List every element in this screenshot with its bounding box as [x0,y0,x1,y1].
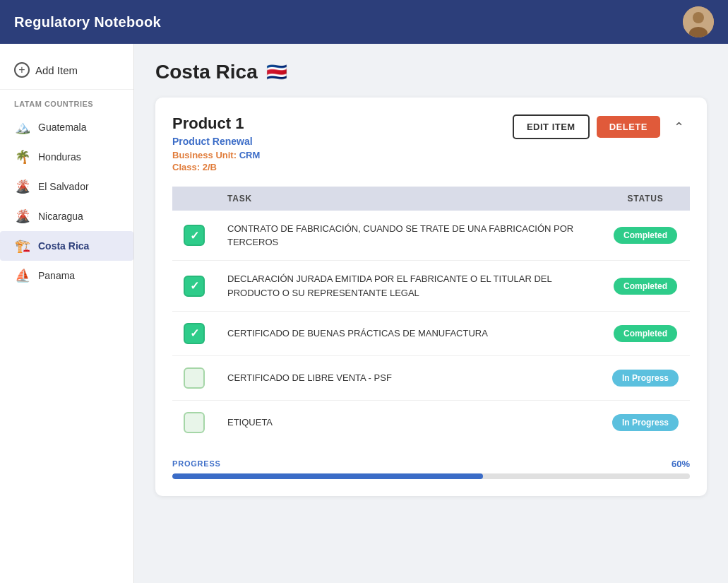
sidebar-item-guatemala[interactable]: 🏔️Guatemala [0,112,133,142]
progress-percent-label: 60% [672,459,690,469]
sidebar-icon-nicaragua: 🌋 [14,208,31,224]
status-badge: In Progress [612,414,679,431]
progress-bar-fill [172,473,483,479]
progress-section: PROGRESS 60% [172,459,690,479]
app-header: Regulatory Notebook [0,0,728,44]
sidebar-label-panama: Panama [38,270,75,281]
add-item-button[interactable]: + Add Item [0,51,133,90]
checkbox-unchecked[interactable] [184,412,205,433]
progress-labels: PROGRESS 60% [172,459,690,469]
checkbox-cell [172,400,216,444]
sidebar-icon-el-salvador: 🌋 [14,179,31,194]
table-row: ✓ CERTIFICADO DE BUENAS PRÁCTICAS DE MAN… [172,311,690,355]
card-title: Product 1 [172,114,260,133]
app-title: Regulatory Notebook [14,14,161,30]
task-text: CERTIFICADO DE LIBRE VENTA - PSF [216,355,601,400]
edit-item-button[interactable]: EDIT ITEM [513,114,590,139]
product-card: Product 1 Product Renewal Business Unit:… [155,98,707,496]
card-class: Class: 2/B [172,162,260,172]
card-subtitle: Product Renewal [172,136,260,147]
task-table: TASK STATUS ✓ CONTRATO DE FABRICACIÓN, C… [172,187,690,444]
class-value: 2/B [203,162,217,172]
sidebar-item-costa-rica[interactable]: 🏗️Costa Rica [0,231,133,261]
sidebar-label-costa-rica: Costa Rica [38,240,89,252]
sidebar-item-el-salvador[interactable]: 🌋El Salvador [0,172,133,201]
status-cell: Completed [601,311,690,355]
col-status: STATUS [601,187,690,211]
sidebar-icon-costa-rica: 🏗️ [14,238,31,254]
status-cell: Completed [601,261,690,311]
table-row: ETIQUETA In Progress [172,400,690,444]
status-badge: Completed [614,325,677,342]
sidebar-section-label: LATAM Countries [0,90,133,112]
task-text: CONTRATO DE FABRICACIÓN, CUANDO SE TRATE… [216,211,601,261]
sidebar-label-nicaragua: Nicaragua [38,211,83,222]
plus-icon: + [14,62,30,78]
status-cell: Completed [601,211,690,261]
checkbox-cell: ✓ [172,311,216,355]
page-title-row: Costa Rica 🇨🇷 [155,61,707,83]
avatar[interactable] [683,6,714,37]
sidebar: + Add Item LATAM Countries 🏔️Guatemala🌴H… [0,44,134,583]
status-cell: In Progress [601,355,690,400]
table-row: CERTIFICADO DE LIBRE VENTA - PSF In Prog… [172,355,690,400]
status-badge: In Progress [612,370,679,387]
card-info: Product 1 Product Renewal Business Unit:… [172,114,260,174]
sidebar-label-honduras: Honduras [38,151,81,163]
page-title: Costa Rica [155,61,258,83]
task-text: DECLARACIÓN JURADA EMITIDA POR EL FABRIC… [216,261,601,311]
checkbox-checked[interactable]: ✓ [184,225,205,246]
sidebar-item-honduras[interactable]: 🌴Honduras [0,142,133,172]
sidebar-icon-guatemala: 🏔️ [14,119,31,135]
table-row: ✓ DECLARACIÓN JURADA EMITIDA POR EL FABR… [172,261,690,311]
checkbox-unchecked[interactable] [184,367,205,389]
task-text: ETIQUETA [216,400,601,444]
checkbox-cell: ✓ [172,261,216,311]
collapse-button[interactable]: ⌃ [667,116,690,139]
main-content: Costa Rica 🇨🇷 Product 1 Product Renewal … [134,44,728,583]
sidebar-item-nicaragua[interactable]: 🌋Nicaragua [0,201,133,231]
checkbox-cell: ✓ [172,211,216,261]
checkbox-cell [172,355,216,400]
bu-value: CRM [239,150,261,160]
task-text: CERTIFICADO DE BUENAS PRÁCTICAS DE MANUF… [216,311,601,355]
status-badge: Completed [614,278,677,295]
sidebar-label-guatemala: Guatemala [38,122,86,133]
progress-bar-track [172,473,690,479]
sidebar-icon-panama: ⛵ [14,268,31,283]
add-item-label: Add Item [35,64,78,76]
sidebar-icon-honduras: 🌴 [14,149,31,165]
class-label: Class: [172,162,200,172]
country-flag: 🇨🇷 [266,62,287,82]
svg-point-1 [693,12,704,23]
delete-button[interactable]: DELETE [597,116,660,138]
status-cell: In Progress [601,400,690,444]
checkbox-checked[interactable]: ✓ [184,323,205,344]
col-task: TASK [216,187,601,211]
checkbox-checked[interactable]: ✓ [184,276,205,297]
col-checkbox [172,187,216,211]
table-row: ✓ CONTRATO DE FABRICACIÓN, CUANDO SE TRA… [172,211,690,261]
status-badge: Completed [614,227,677,244]
sidebar-item-panama[interactable]: ⛵Panama [0,261,133,290]
sidebar-label-el-salvador: El Salvador [38,181,89,192]
progress-label: PROGRESS [172,459,221,468]
bu-label: Business Unit: [172,150,237,160]
card-business-unit: Business Unit: CRM [172,150,260,160]
card-actions: EDIT ITEM DELETE ⌃ [513,114,690,139]
card-header: Product 1 Product Renewal Business Unit:… [172,114,690,174]
